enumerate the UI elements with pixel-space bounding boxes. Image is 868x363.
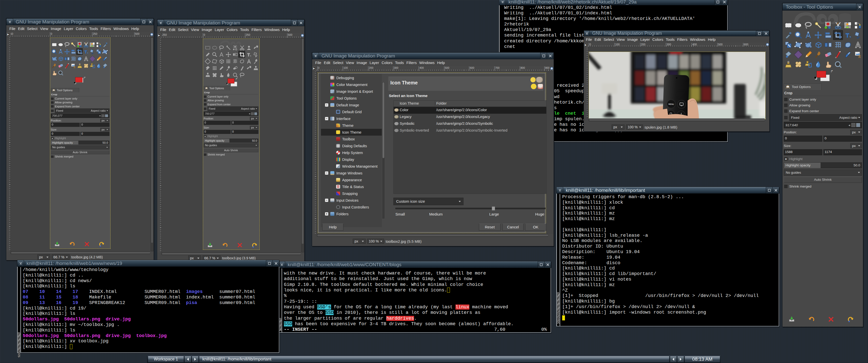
svg-text:MENU: MENU bbox=[669, 103, 674, 105]
